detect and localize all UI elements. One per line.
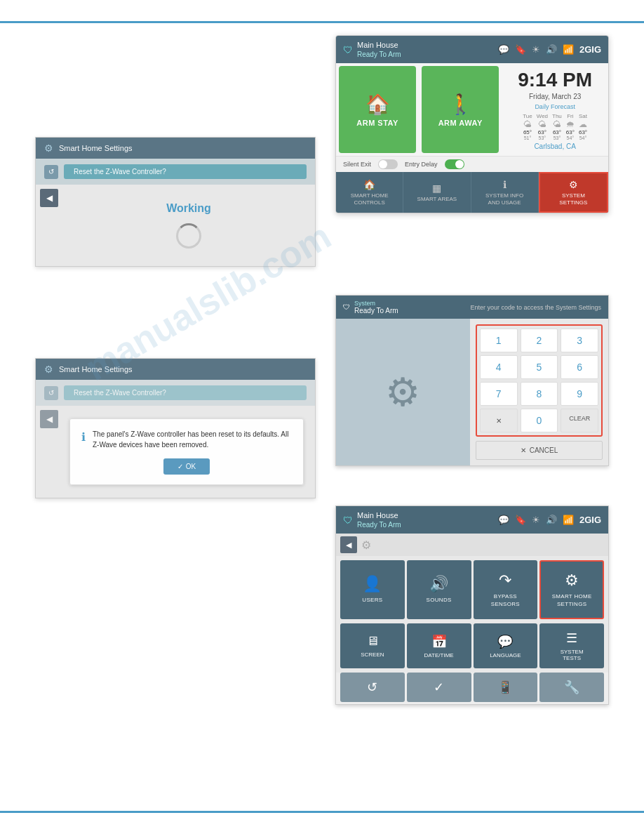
arm-away-button[interactable]: 🚶 ARM AWAY: [422, 66, 499, 153]
entry-delay-toggle[interactable]: [445, 159, 464, 169]
key-clear[interactable]: CLEAR: [561, 409, 598, 432]
volume-icon: 🔊: [546, 44, 557, 55]
arm-away-icon: 🚶: [448, 93, 473, 116]
settings-shield-icon: 🛡: [343, 515, 353, 526]
settings-extra-4[interactable]: 🔧: [539, 673, 604, 702]
keypad-body: ⚙ 1 2 3 4 5 6 7 8 9 ✕ 0 CLEAR: [336, 319, 608, 465]
nav-system-info[interactable]: ℹ SYSTEM INFOAND USAGE: [471, 172, 539, 213]
settings-top-gear-icon: ⚙: [361, 538, 371, 552]
dialog-body: ℹ The panel's Z-Wave controller has been…: [81, 429, 292, 450]
screen-icon: 🖥: [366, 634, 379, 649]
settings-back-button[interactable]: ◀: [340, 536, 357, 553]
s-bookmark-icon: 🔖: [515, 515, 526, 525]
language-icon: 💬: [497, 634, 513, 649]
nav-smart-home-controls[interactable]: 🏠 SMART HOMECONTROLS: [336, 172, 403, 213]
info-icon: ℹ: [81, 430, 86, 444]
key-5[interactable]: 5: [521, 355, 558, 379]
keypad-panel: 🛡 System Ready To Arm Enter your code to…: [335, 295, 609, 466]
settings-location: Main House: [357, 510, 401, 520]
key-7[interactable]: 7: [480, 382, 518, 406]
top-border: [0, 21, 644, 23]
cancel-button[interactable]: ✕ CANCEL: [476, 441, 603, 460]
smart-header-title: Smart Home Settings: [59, 144, 133, 152]
smart-header-icon: ⚙: [44, 143, 53, 154]
cancel-x-icon: ✕: [521, 446, 526, 454]
settings-users[interactable]: 👤 USERS: [340, 560, 405, 619]
clock-date: Friday, March 23: [529, 93, 581, 100]
reset-button[interactable]: Reset the Z-Wave Controller?: [64, 164, 307, 179]
smart-bottom-title: Smart Home Settings: [59, 365, 133, 373]
extra1-icon: ↺: [367, 680, 377, 695]
key-0[interactable]: 0: [521, 409, 558, 432]
back-button[interactable]: ◀: [40, 189, 58, 207]
arm-away-label: ARM AWAY: [438, 119, 483, 127]
arm-row: 🏠 ARM STAY 🚶 ARM AWAY 9:14 PM Friday, Ma…: [336, 63, 608, 156]
key-2[interactable]: 2: [521, 329, 558, 352]
keypad-grid: 1 2 3 4 5 6 7 8 9 ✕ 0 CLEAR: [480, 329, 598, 432]
silent-exit-toggle[interactable]: [378, 159, 398, 169]
settings-system-tests[interactable]: ☰ SYSTEMTESTS: [539, 623, 604, 668]
key-6[interactable]: 6: [561, 355, 598, 379]
keypad-header-left: 🛡 System Ready To Arm: [343, 300, 398, 315]
forecast-days: Tue 🌤 65° 51° Wed 🌤 63° 53° Thu 🌤 63° 53…: [523, 113, 587, 140]
forecast-day-sat: Sat ☁ 63° 54°: [579, 113, 587, 140]
key-9[interactable]: 9: [561, 382, 598, 406]
settings-screen[interactable]: 🖥 SCREEN: [340, 623, 405, 668]
wifi-icon: 📶: [563, 44, 574, 55]
settings-sounds[interactable]: 🔊 SOUNDS: [407, 560, 471, 619]
back-btn-bottom[interactable]: ◀: [40, 410, 58, 428]
keypad-prompt: Enter your code to access the System Set…: [470, 304, 601, 311]
header-title: Main House Ready To Arm: [357, 40, 401, 59]
extra2-icon: ✓: [434, 680, 444, 695]
datetime-icon: 📅: [431, 634, 447, 649]
reset-row-bottom: ↺ Reset the Z-Wave Controller?: [36, 380, 315, 406]
key-3[interactable]: 3: [561, 329, 598, 352]
s-wifi-icon: 📶: [563, 515, 574, 525]
entry-delay-label: Entry Delay: [405, 161, 438, 168]
nav-system-settings[interactable]: ⚙ SYSTEMSETTINGS: [539, 172, 608, 213]
smart-bottom-icon: ⚙: [44, 364, 53, 375]
main-panel-header: 🛡 Main House Ready To Arm 💬 🔖 ☀ 🔊 📶 2GIG: [336, 36, 608, 63]
forecast-day-tue: Tue 🌤 65° 51°: [523, 113, 532, 140]
settings-datetime[interactable]: 📅 DATE/TIME: [407, 623, 471, 668]
smart-home-panel-bottom: ⚙ Smart Home Settings ↺ Reset the Z-Wave…: [35, 358, 316, 498]
settings-grid: 👤 USERS 🔊 SOUNDS ↷ BYPASSSENSORS ⚙ SMART…: [336, 556, 608, 623]
s-chat-icon: 💬: [498, 515, 509, 525]
settings-extra-1[interactable]: ↺: [340, 673, 405, 702]
ok-button[interactable]: ✓ OK: [163, 458, 210, 475]
settings-status: Ready To Arm: [357, 520, 401, 529]
main-panel: 🛡 Main House Ready To Arm 💬 🔖 ☀ 🔊 📶 2GIG…: [335, 35, 609, 213]
bottom-nav: 🏠 SMART HOMECONTROLS ▦ SMART AREAS ℹ SYS…: [336, 172, 608, 213]
cancel-row: ✕ CANCEL: [476, 441, 603, 460]
settings-extra-3[interactable]: 📱: [474, 673, 538, 702]
status-text: Ready To Arm: [357, 50, 401, 59]
dialog-overlay: ℹ The panel's Z-Wave controller has been…: [69, 418, 304, 485]
s-bright-icon: ☀: [532, 515, 540, 525]
smart-home-bottom-header: ⚙ Smart Home Settings: [36, 359, 315, 380]
s-brand: 2GIG: [579, 515, 601, 525]
system-tests-icon: ☰: [566, 630, 577, 646]
reset-icon-bottom: ↺: [44, 386, 58, 400]
keypad-location: System: [354, 300, 398, 307]
key-4[interactable]: 4: [480, 355, 518, 379]
key-8[interactable]: 8: [521, 382, 558, 406]
settings-smart-home[interactable]: ⚙ SMART HOMESETTINGS: [539, 560, 604, 619]
bookmark-icon: 🔖: [515, 44, 526, 55]
settings-language[interactable]: 💬 LANGUAGE: [474, 623, 538, 668]
key-1[interactable]: 1: [480, 329, 518, 352]
settings-header-left: 🛡 Main House Ready To Arm: [343, 510, 401, 529]
key-x[interactable]: ✕: [480, 409, 518, 432]
nav-smart-areas[interactable]: ▦ SMART AREAS: [403, 172, 471, 213]
brand-label: 2GIG: [579, 44, 601, 55]
reset-row: ↺ Reset the Z-Wave Controller?: [36, 159, 315, 185]
forecast-day-fri: Fri 🌧 63° 54°: [566, 113, 575, 140]
smart-areas-icon: ▦: [432, 183, 441, 194]
arm-stay-button[interactable]: 🏠 ARM STAY: [339, 66, 416, 153]
settings-bypass-sensors[interactable]: ↷ BYPASSSENSORS: [474, 560, 538, 619]
settings-extra-2[interactable]: ✓: [407, 673, 471, 702]
settings-header-icons: 💬 🔖 ☀ 🔊 📶 2GIG: [498, 515, 601, 525]
bypass-icon: ↷: [499, 571, 511, 590]
info-icon: ℹ: [503, 179, 507, 190]
working-text: Working: [166, 202, 211, 215]
smart-home-header: ⚙ Smart Home Settings: [36, 138, 315, 159]
